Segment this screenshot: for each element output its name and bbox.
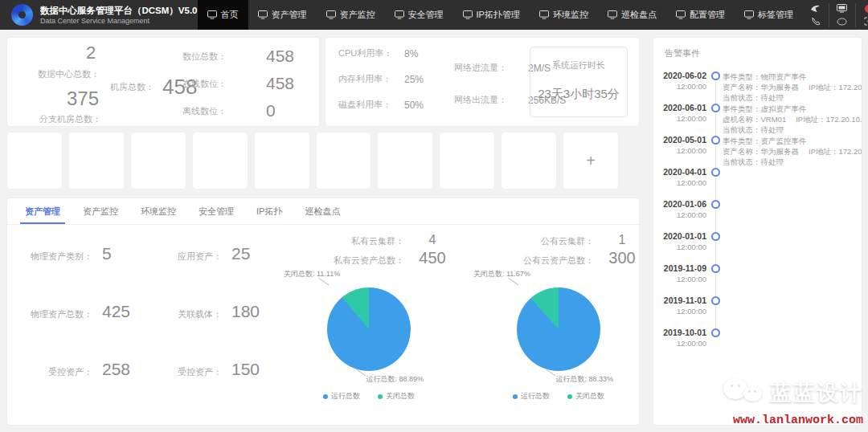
shortcut-placeholder-card[interactable] bbox=[6, 132, 63, 190]
alert-detail-row: 资产名称：华为服务器IP地址：172.20.10.111 bbox=[723, 82, 855, 92]
stat-label: 物理资产总数： bbox=[15, 308, 92, 320]
panel-tabs: 资产管理资产监控环境监控安全管理IP拓扑巡检盘点 bbox=[7, 198, 639, 225]
room-total-label: 机房总数： bbox=[110, 81, 154, 93]
alert-details bbox=[723, 167, 855, 168]
cloud-stat-block: 公有云集群：1 公有云资产总数：300 关闭总数: 11.67% 运行总数: 8… bbox=[467, 233, 650, 401]
alert-detail-row: 虚机名称：VRM01IP地址：172.20.10.159 bbox=[723, 114, 855, 124]
nav-item[interactable]: 标签管理 bbox=[735, 0, 803, 30]
nav-item-label: 环境监控 bbox=[553, 9, 588, 21]
panel-tab[interactable]: 资产管理 bbox=[14, 198, 72, 224]
nav-item-label: 首页 bbox=[221, 9, 239, 21]
legend-item[interactable]: 关闭总数 bbox=[378, 391, 415, 401]
alert-date: 2020-06-01 bbox=[660, 103, 706, 112]
wechat-bubbles-icon bbox=[722, 375, 764, 410]
window-icon bbox=[326, 10, 336, 19]
alert-field: 资产名称：华为服务器 bbox=[723, 147, 799, 156]
add-shortcut-button[interactable]: + bbox=[563, 132, 619, 190]
scan-icon[interactable] bbox=[863, 17, 868, 26]
performance-card: CPU利用率：8% 内存利用率：25% 磁盘利用率：50% 网络进流量：2M/S… bbox=[325, 37, 640, 127]
panel-tab[interactable]: IP拓扑 bbox=[245, 198, 293, 224]
legend-item[interactable]: 运行总数 bbox=[323, 391, 360, 401]
nav-tools: 2020-06 bbox=[803, 0, 868, 30]
record-icon[interactable] bbox=[863, 4, 868, 14]
shortcut-placeholder-card[interactable] bbox=[439, 132, 495, 190]
loop-icon[interactable] bbox=[837, 17, 848, 26]
alert-timeline-item[interactable]: 2019-11-01 12:00:00 bbox=[660, 295, 855, 328]
window-icon bbox=[258, 10, 268, 19]
nav-item[interactable]: IP拓扑管理 bbox=[453, 0, 530, 30]
nav-item-label: 巡检盘点 bbox=[621, 9, 657, 21]
alerts-timeline: 2020-06-02 12:00:00 事件类型：物理资产事件资产名称：华为服务… bbox=[660, 71, 855, 360]
panel-tab[interactable]: 资产监控 bbox=[72, 198, 129, 224]
memory-usage-stat: 内存利用率：25% bbox=[338, 73, 452, 85]
nav-item-label: 标签管理 bbox=[758, 9, 793, 21]
watermark: 蓝蓝设计 www.lanlanwork.com bbox=[682, 375, 863, 427]
alert-timeline-item[interactable]: 2020-06-02 12:00:00 事件类型：物理资产事件资产名称：华为服务… bbox=[660, 71, 855, 103]
cloud-total-stat: 公有云资产总数：300 bbox=[467, 249, 650, 267]
nav-item[interactable]: 安全管理 bbox=[385, 0, 453, 30]
pie-annotation-closed: 关闭总数: 11.67% bbox=[473, 269, 530, 279]
shortcut-placeholder-card[interactable] bbox=[254, 132, 310, 190]
alert-time: 12:00:00 bbox=[660, 305, 706, 317]
window-icon bbox=[608, 10, 617, 19]
alert-details: 事件类型：虚拟资产事件虚机名称：VRM01IP地址：172.20.10.159当… bbox=[723, 103, 855, 135]
cloud-head: 私有云集群：4 私有云资产总数：450 bbox=[277, 233, 461, 267]
alert-date: 2020-04-01 bbox=[660, 167, 706, 177]
nav-item-label: 配置管理 bbox=[690, 9, 725, 21]
alert-timeline-item[interactable]: 2020-01-01 12:00:00 bbox=[660, 231, 855, 263]
alert-details bbox=[723, 328, 855, 328]
message-dove-icon[interactable] bbox=[810, 4, 821, 14]
screen-icon[interactable] bbox=[837, 4, 848, 14]
shortcut-placeholder-card[interactable] bbox=[130, 132, 186, 190]
legend-item[interactable]: 关闭总数 bbox=[567, 391, 604, 401]
alerts-title: 告警事件 bbox=[665, 47, 855, 59]
alert-timeline-item[interactable]: 2019-10-01 12:00:00 bbox=[660, 328, 855, 360]
pie-annotation-running: 运行总数: 88.33% bbox=[555, 374, 613, 385]
alert-detail-row: 事件类型：虚拟资产事件 bbox=[723, 104, 855, 114]
alert-timeline-item[interactable]: 2020-04-01 12:00:00 bbox=[660, 167, 855, 199]
legend-dot-icon bbox=[378, 394, 383, 399]
shortcut-placeholder-card[interactable] bbox=[501, 132, 557, 190]
shortcut-placeholder-card[interactable] bbox=[68, 132, 125, 190]
slot-stats: 数位总数：458 在线数位：458 离线数位：0 bbox=[182, 43, 308, 124]
alert-details bbox=[723, 263, 855, 264]
alert-timeline-item[interactable]: 2020-01-06 12:00:00 bbox=[660, 199, 855, 231]
panel-tab[interactable]: 环境监控 bbox=[129, 198, 187, 224]
nav-item[interactable]: 资产管理 bbox=[248, 0, 317, 30]
datacenter-total-value: 2 bbox=[86, 43, 96, 63]
panel-tab[interactable]: 安全管理 bbox=[187, 198, 245, 224]
alert-field: 资产名称：华为服务器 bbox=[723, 83, 799, 92]
nav-item[interactable]: 首页 bbox=[198, 0, 248, 30]
cloud-total-stat: 私有云资产总数：450 bbox=[277, 249, 461, 267]
shortcut-placeholder-card[interactable] bbox=[192, 132, 248, 190]
alert-timeline-item[interactable]: 2020-06-01 12:00:00 事件类型：虚拟资产事件虚机名称：VRM0… bbox=[660, 103, 855, 135]
pie-chart bbox=[517, 287, 600, 371]
legend-label: 关闭总数 bbox=[575, 391, 604, 401]
shortcut-row: + bbox=[6, 132, 619, 190]
shortcut-placeholder-card[interactable] bbox=[316, 132, 372, 190]
legend-item[interactable]: 运行总数 bbox=[513, 391, 550, 401]
nav-item[interactable]: 巡检盘点 bbox=[598, 0, 666, 30]
shortcut-placeholder-card[interactable] bbox=[377, 132, 433, 190]
alert-detail-row: 事件类型：资产监控事件 bbox=[723, 136, 855, 146]
phone-icon[interactable] bbox=[810, 17, 821, 26]
alert-field: 事件类型：物理资产事件 bbox=[723, 72, 807, 81]
nav-item[interactable]: 配置管理 bbox=[666, 0, 735, 30]
stat-value: 180 bbox=[231, 302, 260, 321]
panel-tab[interactable]: 巡检盘点 bbox=[293, 198, 351, 224]
branch-room-total-label: 分支机房总数： bbox=[39, 113, 101, 125]
stat-label: 关联载体： bbox=[145, 308, 222, 320]
window-icon bbox=[744, 10, 754, 19]
timeline-dot-icon bbox=[711, 328, 720, 337]
timeline-dot-icon bbox=[711, 71, 720, 80]
nav-item[interactable]: 资产监控 bbox=[317, 0, 385, 30]
alert-detail-row: 事件类型：物理资产事件 bbox=[723, 71, 855, 82]
alert-time: 12:00:00 bbox=[660, 80, 706, 92]
alert-timeline-item[interactable]: 2019-11-09 12:00:00 bbox=[660, 263, 855, 295]
nav-item[interactable]: 环境监控 bbox=[530, 0, 598, 30]
pie-chart-area: 关闭总数: 11.11% 运行总数: 88.89% bbox=[277, 269, 461, 389]
alert-timeline-item[interactable]: 2020-05-01 12:00:00 事件类型：资产监控事件资产名称：华为服务… bbox=[660, 135, 855, 167]
utilization-stats: CPU利用率：8% 内存利用率：25% 磁盘利用率：50% bbox=[338, 47, 452, 111]
alert-field: 虚机名称：VRM01 bbox=[723, 115, 786, 124]
stat-item: 受控资产： 150 bbox=[145, 360, 274, 379]
